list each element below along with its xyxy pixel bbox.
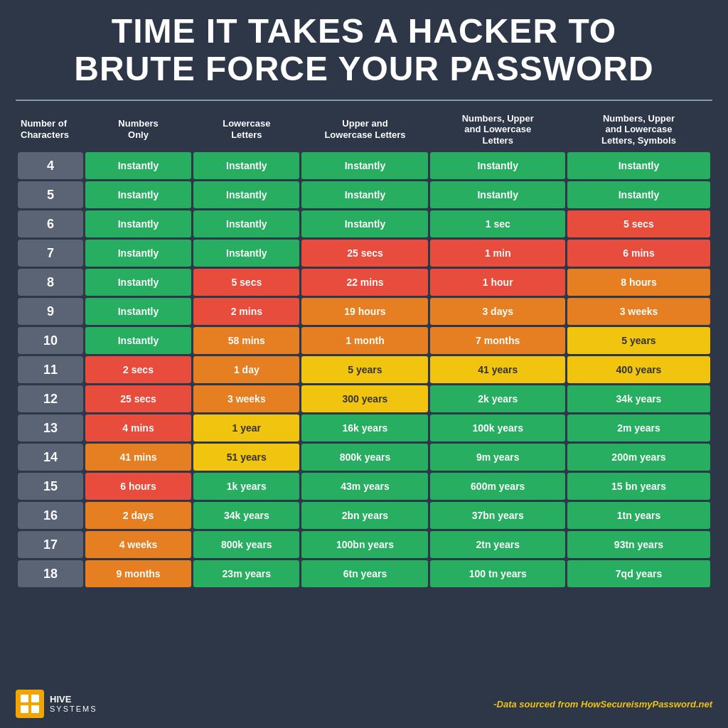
- table-cell: 2 secs: [85, 356, 191, 383]
- table-row: 10: [18, 327, 83, 354]
- table-cell: Instantly: [85, 269, 191, 296]
- table-cell: 1tn years: [567, 502, 710, 529]
- table-row: 7: [18, 240, 83, 267]
- table-cell: 1k years: [193, 473, 299, 500]
- table-cell: 5 secs: [193, 269, 299, 296]
- main-container: TIME IT TAKES A HACKER TO BRUTE FORCE YO…: [0, 0, 728, 728]
- footer-credit: -Data sourced from HowSecureismyPassword…: [493, 699, 712, 710]
- footer: HIVE SYSTEMS -Data sourced from HowSecur…: [16, 687, 712, 721]
- table-cell: 2tn years: [430, 531, 565, 558]
- table-cell: Instantly: [193, 240, 299, 267]
- table-cell: 34k years: [193, 502, 299, 529]
- hive-svg: [19, 693, 41, 714]
- table-cell: 22 mins: [301, 269, 428, 296]
- table-cell: 4 weeks: [85, 531, 191, 558]
- table-cell: 6 hours: [85, 473, 191, 500]
- table-cell: Instantly: [85, 181, 191, 208]
- hive-logo-icon: [16, 690, 44, 718]
- table-cell: 23m years: [193, 560, 299, 587]
- table-row: 4: [18, 152, 83, 179]
- table-cell: Instantly: [193, 210, 299, 237]
- table-cell: 1 min: [430, 240, 565, 267]
- table-cell: 1 sec: [430, 210, 565, 237]
- table-cell: 34k years: [567, 385, 710, 412]
- table-cell: 3 weeks: [193, 385, 299, 412]
- table-cell: 5 years: [301, 356, 428, 383]
- table-cell: 25 secs: [85, 385, 191, 412]
- table-cell: Instantly: [85, 210, 191, 237]
- table-cell: 100 tn years: [430, 560, 565, 587]
- table-row: 16: [18, 502, 83, 529]
- table-cell: 800k years: [193, 531, 299, 558]
- logo-text: HIVE SYSTEMS: [50, 694, 97, 714]
- table-cell: 1 year: [193, 414, 299, 441]
- table-cell: 5 secs: [567, 210, 710, 237]
- table-cell: Instantly: [301, 210, 428, 237]
- table-cell: 1 day: [193, 356, 299, 383]
- table-cell: 100bn years: [301, 531, 428, 558]
- table-cell: Instantly: [567, 152, 710, 179]
- table-row: 11: [18, 356, 83, 383]
- table-cell: 1 month: [301, 327, 428, 354]
- table-cell: 200m years: [567, 444, 710, 471]
- table-cell: 41 mins: [85, 444, 191, 471]
- table-cell: 2 days: [85, 502, 191, 529]
- table-cell: 300 years: [301, 385, 428, 412]
- table-cell: Instantly: [430, 181, 565, 208]
- svg-rect-3: [31, 705, 39, 713]
- table-cell: 9 months: [85, 560, 191, 587]
- table-cell: Instantly: [567, 181, 710, 208]
- col-header-upper-lower: Upper andLowercase Letters: [301, 109, 428, 151]
- table-cell: 58 mins: [193, 327, 299, 354]
- divider: [16, 100, 712, 101]
- table-cell: 2bn years: [301, 502, 428, 529]
- table-cell: 100k years: [430, 414, 565, 441]
- table-wrapper: Number ofCharacters NumbersOnly Lowercas…: [16, 107, 712, 682]
- table-cell: 800k years: [301, 444, 428, 471]
- table-row: 8: [18, 269, 83, 296]
- col-header-chars: Number ofCharacters: [18, 109, 83, 151]
- table-row: 18: [18, 560, 83, 587]
- table-cell: 93tn years: [567, 531, 710, 558]
- table-cell: 16k years: [301, 414, 428, 441]
- table-cell: 2 mins: [193, 298, 299, 325]
- table-cell: 3 weeks: [567, 298, 710, 325]
- table-cell: 4 mins: [85, 414, 191, 441]
- table-cell: 37bn years: [430, 502, 565, 529]
- col-header-nums-upper-lower: Numbers, Upperand LowercaseLetters: [430, 109, 565, 151]
- table-cell: 3 days: [430, 298, 565, 325]
- table-cell: 41 years: [430, 356, 565, 383]
- table-row: 12: [18, 385, 83, 412]
- table-row: 14: [18, 444, 83, 471]
- table-cell: Instantly: [193, 181, 299, 208]
- table-cell: Instantly: [301, 152, 428, 179]
- table-cell: Instantly: [430, 152, 565, 179]
- main-title: TIME IT TAKES A HACKER TO BRUTE FORCE YO…: [16, 13, 712, 88]
- table-cell: 2k years: [430, 385, 565, 412]
- svg-rect-1: [31, 695, 39, 702]
- col-header-nums-upper-lower-sym: Numbers, Upperand LowercaseLetters, Symb…: [567, 109, 710, 151]
- password-table: Number ofCharacters NumbersOnly Lowercas…: [16, 107, 712, 590]
- svg-rect-0: [21, 695, 28, 702]
- table-cell: Instantly: [85, 240, 191, 267]
- table-cell: 600m years: [430, 473, 565, 500]
- table-cell: Instantly: [301, 181, 428, 208]
- table-cell: 6 mins: [567, 240, 710, 267]
- table-row: 15: [18, 473, 83, 500]
- table-row: 13: [18, 414, 83, 441]
- table-cell: 7 months: [430, 327, 565, 354]
- table-cell: 51 years: [193, 444, 299, 471]
- table-cell: Instantly: [193, 152, 299, 179]
- logo-area: HIVE SYSTEMS: [16, 690, 97, 718]
- table-cell: Instantly: [85, 152, 191, 179]
- table-cell: 7qd years: [567, 560, 710, 587]
- table-cell: 1 hour: [430, 269, 565, 296]
- table-cell: 8 hours: [567, 269, 710, 296]
- table-cell: Instantly: [85, 298, 191, 325]
- table-cell: 2m years: [567, 414, 710, 441]
- col-header-nums: NumbersOnly: [85, 109, 191, 151]
- table-row: 17: [18, 531, 83, 558]
- table-cell: 6tn years: [301, 560, 428, 587]
- table-cell: 25 secs: [301, 240, 428, 267]
- svg-rect-2: [21, 705, 28, 713]
